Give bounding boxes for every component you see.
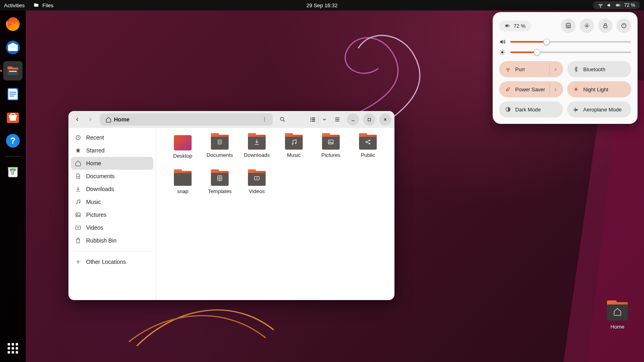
- svg-rect-34: [368, 118, 370, 121]
- brightness-slider[interactable]: [510, 51, 631, 53]
- svg-rect-4: [616, 5, 619, 6]
- svg-point-22: [12, 169, 14, 171]
- folder-templates[interactable]: Templates: [201, 171, 238, 205]
- dock-thunderbird[interactable]: [3, 38, 23, 57]
- power-button[interactable]: [617, 19, 631, 33]
- dock-files[interactable]: [3, 61, 23, 80]
- lock-button[interactable]: [598, 19, 613, 33]
- nav-forward-button[interactable]: [85, 114, 96, 125]
- maximize-button[interactable]: [363, 113, 375, 125]
- folder-music[interactable]: Music: [275, 135, 312, 169]
- toggle-dark-mode[interactable]: Dark Mode: [499, 101, 563, 117]
- toggle-power-saver[interactable]: Power Saver›: [499, 81, 563, 97]
- screenshot-button[interactable]: [561, 19, 576, 33]
- path-menu-icon[interactable]: [262, 117, 267, 122]
- sidebar-item-pictures[interactable]: Pictures: [71, 208, 153, 221]
- folder-pictures[interactable]: Pictures: [312, 135, 349, 169]
- sidebar-item-recent[interactable]: Recent: [71, 131, 153, 144]
- toggle-night-light[interactable]: Night Light: [567, 81, 631, 97]
- chevron-right-icon[interactable]: ›: [549, 83, 561, 96]
- toggle-bluetooth[interactable]: Bluetooth: [567, 61, 631, 77]
- dock-libreoffice-writer[interactable]: [3, 84, 23, 104]
- dock-trash[interactable]: [3, 162, 23, 181]
- svg-rect-56: [604, 25, 607, 28]
- settings-button[interactable]: [580, 19, 594, 33]
- location-label: Home: [114, 116, 130, 123]
- activities-button[interactable]: Activities: [4, 2, 25, 8]
- svg-point-54: [568, 25, 570, 27]
- svg-rect-31: [312, 119, 315, 120]
- toggle-aeroplane-mode[interactable]: Aeroplane Mode: [567, 101, 631, 117]
- clock[interactable]: 29 Sep 16:32: [306, 2, 337, 8]
- music-icon: [75, 199, 81, 205]
- toggle-purr[interactable]: Purr›: [499, 61, 563, 77]
- svg-point-58: [501, 51, 503, 53]
- leaf-icon: [505, 86, 511, 93]
- folder-public[interactable]: Public: [349, 135, 386, 169]
- folder-videos[interactable]: Videos: [238, 171, 275, 205]
- sidebar-item-documents[interactable]: Documents: [71, 170, 153, 183]
- minimize-button[interactable]: [347, 113, 359, 125]
- window-titlebar[interactable]: Home: [68, 111, 394, 128]
- svg-point-43: [295, 142, 297, 144]
- sidebar-item-label: Music: [86, 199, 101, 205]
- view-list-button[interactable]: [307, 114, 318, 125]
- files-content[interactable]: DesktopDocumentsDownloadsMusicPicturesPu…: [156, 128, 394, 300]
- toggle-label: Dark Mode: [515, 107, 541, 113]
- close-button[interactable]: [379, 113, 391, 125]
- status-area[interactable]: 72 %: [593, 1, 640, 9]
- sidebar-item-label: Downloads: [86, 186, 114, 192]
- sidebar-item-label: Home: [86, 160, 101, 167]
- path-bar[interactable]: Home: [100, 113, 273, 125]
- files-window: Home RecentStarredHomeDocumentsDownloads…: [68, 111, 394, 300]
- search-button[interactable]: [277, 114, 288, 125]
- svg-rect-52: [509, 25, 510, 26]
- folder-desktop[interactable]: Desktop: [164, 135, 201, 169]
- svg-point-26: [264, 121, 265, 121]
- folder-documents[interactable]: Documents: [201, 135, 238, 169]
- nav-back-button[interactable]: [72, 114, 83, 125]
- volume-icon: [607, 2, 612, 8]
- show-applications-button[interactable]: [3, 339, 23, 358]
- toggle-label: Power Saver: [515, 86, 545, 93]
- plus-icon: [75, 259, 81, 265]
- svg-point-48: [369, 143, 370, 144]
- sidebar-item-videos[interactable]: Videos: [71, 221, 153, 234]
- folder-icon: [285, 135, 303, 150]
- dock-firefox[interactable]: [3, 14, 23, 34]
- focused-app-indicator[interactable]: Files: [33, 2, 53, 8]
- volume-icon: [499, 39, 506, 45]
- dock-ubuntu-software[interactable]: [3, 108, 23, 127]
- sidebar-item-home[interactable]: Home: [71, 157, 153, 170]
- sidebar-item-label: Videos: [86, 224, 103, 231]
- chevron-right-icon[interactable]: ›: [549, 63, 561, 76]
- battery-icon: [615, 2, 621, 8]
- sidebar-item-downloads[interactable]: Downloads: [71, 183, 153, 195]
- svg-rect-12: [9, 92, 16, 93]
- sidebar-item-rubbish-bin[interactable]: Rubbish Bin: [71, 234, 153, 247]
- sidebar-item-music[interactable]: Music: [71, 195, 153, 208]
- svg-point-27: [281, 117, 284, 121]
- folder-downloads[interactable]: Downloads: [238, 135, 275, 169]
- svg-point-23: [14, 169, 16, 171]
- toggle-label: Night Light: [583, 86, 608, 93]
- view-dropdown-button[interactable]: [319, 114, 330, 125]
- desktop-icon-home[interactable]: Home: [607, 303, 628, 330]
- folder-snap[interactable]: snap: [164, 171, 201, 205]
- hamburger-menu-button[interactable]: [332, 114, 343, 125]
- sidebar-separator: [72, 251, 152, 251]
- folder-label: Public: [361, 152, 375, 158]
- home-icon: [75, 160, 81, 167]
- dock-help[interactable]: ?: [3, 131, 23, 150]
- battery-chip[interactable]: 72 %: [499, 21, 531, 31]
- svg-point-25: [264, 119, 265, 120]
- svg-rect-41: [218, 140, 221, 144]
- volume-slider[interactable]: [510, 41, 631, 43]
- sidebar-item-other-locations[interactable]: Other Locations: [71, 255, 153, 268]
- sidebar-item-starred[interactable]: Starred: [71, 144, 153, 157]
- folder-icon: [211, 135, 229, 150]
- wifi-icon: [598, 2, 603, 8]
- folder-icon: [174, 135, 192, 150]
- video-icon: [75, 224, 81, 231]
- trash-icon: [75, 237, 81, 244]
